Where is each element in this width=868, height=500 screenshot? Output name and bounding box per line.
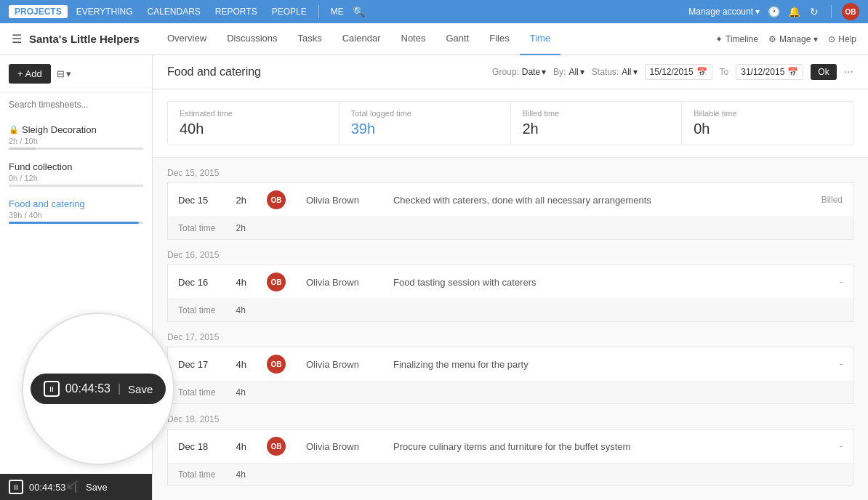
date-to-input[interactable]: 31/12/2015 📅 bbox=[736, 64, 803, 80]
refresh-icon[interactable]: ↻ bbox=[808, 5, 821, 18]
chevron-down-icon: ▾ bbox=[755, 7, 760, 17]
stat-estimated: Estimated time 40h bbox=[167, 101, 339, 145]
table-row[interactable]: Dec 16 4h OB Olivia Brown Food tasting s… bbox=[168, 265, 853, 299]
total-row-dec17: Total time 4h bbox=[168, 382, 853, 404]
ok-button[interactable]: Ok bbox=[811, 64, 836, 80]
view-toggle-button[interactable]: ⊟ ▾ bbox=[57, 68, 71, 79]
nav-people[interactable]: PEOPLE bbox=[266, 5, 313, 18]
add-button[interactable]: + Add bbox=[9, 64, 51, 84]
table-row[interactable]: Dec 15 2h OB Olivia Brown Checked with c… bbox=[168, 183, 853, 217]
help-button[interactable]: ⊙ Help bbox=[828, 34, 856, 44]
group-filter-value[interactable]: Date ▾ bbox=[522, 67, 546, 77]
stat-billed: Billed time 2h bbox=[510, 101, 683, 145]
manage-button[interactable]: ⚙ Manage ▾ bbox=[768, 34, 818, 44]
tab-files[interactable]: Files bbox=[479, 23, 519, 55]
nav-me[interactable]: ME bbox=[325, 5, 350, 18]
sidebar-item-meta-sleigh: 2h / 10h bbox=[9, 137, 143, 145]
floating-timer-pause-button[interactable]: ⏸ bbox=[44, 381, 60, 397]
avatar[interactable]: OB bbox=[842, 3, 859, 20]
entry-avatar-cell: OB bbox=[257, 265, 296, 299]
search-input[interactable] bbox=[9, 100, 143, 110]
total-label: Total time bbox=[168, 464, 226, 486]
progress-fill-sleigh bbox=[9, 148, 36, 150]
sidebar-item-sleigh[interactable]: 🔒 Sleigh Decoration 2h / 10h bbox=[0, 118, 152, 156]
search-icon[interactable]: 🔍 bbox=[353, 5, 366, 18]
entry-description: Procure culinary items and furniture for… bbox=[383, 430, 795, 464]
nav-reports[interactable]: REPORTS bbox=[209, 5, 263, 18]
date-from-input[interactable]: 15/12/2015 📅 bbox=[645, 64, 712, 80]
chevron-down-icon-view: ▾ bbox=[66, 68, 71, 79]
date-group-header-dec18: Dec 18, 2015 bbox=[167, 404, 853, 429]
timer-divider: | bbox=[75, 482, 77, 493]
clock-icon[interactable]: 🕐 bbox=[767, 5, 780, 18]
floating-timer-circle: ⏸ 00:44:53 | Save bbox=[22, 312, 174, 465]
manage-account-button[interactable]: Manage account ▾ bbox=[688, 7, 760, 17]
status-filter: Status: All ▾ bbox=[592, 67, 638, 77]
total-row-dec18: Total time 4h bbox=[168, 464, 853, 486]
time-table-dec17: Dec 17 4h OB Olivia Brown Finalizing the… bbox=[167, 347, 853, 404]
progress-fill-food bbox=[9, 222, 139, 224]
nav-divider bbox=[318, 5, 319, 18]
total-row-dec16: Total time 4h bbox=[168, 299, 853, 322]
entry-description: Checked with caterers, done with all nec… bbox=[383, 183, 795, 217]
nav-everything[interactable]: EVERYTHING bbox=[71, 5, 139, 18]
by-filter-value[interactable]: All ▾ bbox=[568, 67, 584, 77]
entry-status: - bbox=[795, 347, 853, 382]
tab-gantt[interactable]: Gantt bbox=[435, 23, 479, 55]
timeline-button[interactable]: ✦ Timeline bbox=[715, 34, 758, 44]
sidebar-item-meta-food: 39h / 40h bbox=[9, 211, 143, 219]
stat-logged-value: 39h bbox=[351, 121, 499, 137]
date-to-label: To bbox=[720, 67, 729, 77]
help-icon: ⊙ bbox=[828, 34, 835, 44]
stat-logged: Total logged time 39h bbox=[339, 101, 511, 145]
stat-logged-label: Total logged time bbox=[351, 109, 499, 118]
chevron-down-icon-group: ▾ bbox=[542, 67, 546, 77]
progress-bar-fund bbox=[9, 185, 143, 187]
total-label: Total time bbox=[168, 217, 226, 240]
more-options-button[interactable]: ··· bbox=[844, 65, 853, 78]
status-filter-value[interactable]: All ▾ bbox=[622, 67, 637, 77]
view-icon: ⊟ bbox=[57, 68, 65, 79]
avatar: OB bbox=[267, 190, 286, 209]
stat-billable-label: Billable time bbox=[694, 109, 841, 118]
entries-section: Dec 15, 2015 Dec 15 2h OB Olivia Brown C… bbox=[153, 158, 868, 498]
total-hours: 4h bbox=[226, 382, 257, 404]
total-hours: 2h bbox=[226, 217, 257, 240]
group-filter: Group: Date ▾ bbox=[492, 67, 546, 77]
floating-timer-save-button[interactable]: Save bbox=[128, 383, 153, 395]
time-table-dec18: Dec 18 4h OB Olivia Brown Procure culina… bbox=[167, 429, 853, 486]
stat-billed-label: Billed time bbox=[523, 109, 670, 118]
second-nav-actions: ✦ Timeline ⚙ Manage ▾ ⊙ Help bbox=[715, 34, 856, 44]
hamburger-icon[interactable]: ☰ bbox=[12, 32, 22, 46]
timer-pause-button[interactable]: ⏸ bbox=[9, 480, 23, 494]
sidebar-timer-bar: ⏸ 00:44:53 | Save bbox=[0, 474, 152, 500]
entry-date: Dec 18 bbox=[168, 430, 226, 464]
time-table-dec16: Dec 16 4h OB Olivia Brown Food tasting s… bbox=[167, 265, 853, 322]
project-tabs: Overview Discussions Tasks Calendar Note… bbox=[157, 23, 560, 55]
total-hours: 4h bbox=[226, 464, 257, 486]
nav-divider-2 bbox=[831, 5, 832, 18]
entry-person: Olivia Brown bbox=[296, 183, 383, 217]
top-navigation: PROJECTS EVERYTHING CALENDARS REPORTS PE… bbox=[0, 0, 868, 23]
sidebar-item-food[interactable]: Food and catering 39h / 40h bbox=[0, 193, 152, 230]
table-row[interactable]: Dec 17 4h OB Olivia Brown Finalizing the… bbox=[168, 347, 853, 382]
nav-calendars[interactable]: CALENDARS bbox=[141, 5, 206, 18]
progress-bar-food bbox=[9, 222, 143, 224]
floating-timer-widget: ⏸ 00:44:53 | Save bbox=[31, 374, 166, 404]
table-row[interactable]: Dec 18 4h OB Olivia Brown Procure culina… bbox=[168, 430, 853, 464]
lock-icon: 🔒 bbox=[9, 125, 19, 134]
tab-calendar[interactable]: Calendar bbox=[332, 23, 391, 55]
sidebar-toolbar: + Add ⊟ ▾ bbox=[0, 55, 152, 93]
tab-discussions[interactable]: Discussions bbox=[217, 23, 287, 55]
nav-projects[interactable]: PROJECTS bbox=[9, 5, 68, 18]
bell-icon[interactable]: 🔔 bbox=[787, 5, 800, 18]
timer-save-button[interactable]: Save bbox=[86, 482, 108, 493]
tab-tasks[interactable]: Tasks bbox=[288, 23, 332, 55]
stat-billable-value: 0h bbox=[694, 121, 841, 137]
sidebar-item-fund[interactable]: Fund collection 0h / 12h bbox=[0, 156, 152, 193]
tab-notes[interactable]: Notes bbox=[391, 23, 436, 55]
tab-time[interactable]: Time bbox=[520, 23, 560, 55]
entry-person: Olivia Brown bbox=[296, 347, 383, 382]
date-group-header-dec17: Dec 17, 2015 bbox=[167, 322, 853, 347]
tab-overview[interactable]: Overview bbox=[157, 23, 217, 55]
